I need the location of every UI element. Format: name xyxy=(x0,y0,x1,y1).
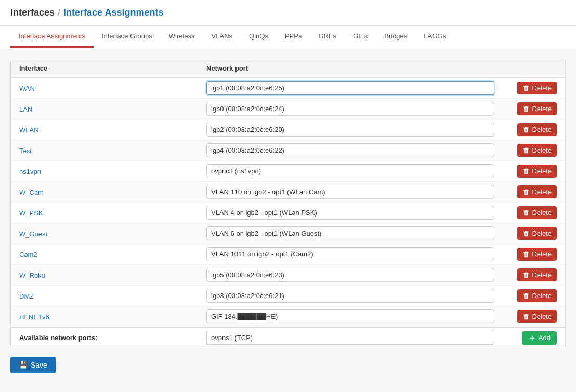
trash-icon xyxy=(522,251,530,258)
add-button[interactable]: ＋ Add xyxy=(522,331,557,345)
col-network-port: Network port xyxy=(206,64,494,72)
save-label: Save xyxy=(31,361,47,369)
table-row: HENETv6GIF 184.██████HE) Delete xyxy=(11,306,565,327)
action-cell: Delete xyxy=(494,268,557,281)
port-select-cam2[interactable]: VLAN 1011 on igb2 - opt1 (Cam2) xyxy=(206,247,494,261)
action-cell: Delete xyxy=(494,289,557,302)
rows-container: WANigb1 (00:08:a2:0c:e6:25) DeleteLANigb… xyxy=(11,78,565,327)
trash-icon xyxy=(522,147,530,154)
tab-interface-assignments[interactable]: Interface Assignments xyxy=(10,26,94,48)
delete-button-lan[interactable]: Delete xyxy=(517,102,557,115)
delete-button-henetv6[interactable]: Delete xyxy=(517,310,557,323)
port-select-henetv6[interactable]: GIF 184.██████HE) xyxy=(206,309,494,323)
port-select-wrapper: VLAN 6 on igb2 - opt1 (WLan Guest) xyxy=(206,226,494,240)
delete-button-cam2[interactable]: Delete xyxy=(517,248,557,261)
port-select-wrapper: igb2 (00:08:a2:0c:e6:20) xyxy=(206,123,494,137)
interface-link-ns1vpn[interactable]: ns1vpn xyxy=(19,168,41,175)
action-cell: Delete xyxy=(494,310,557,323)
delete-button-w_cam[interactable]: Delete xyxy=(517,185,557,198)
trash-icon xyxy=(522,85,530,92)
port-select-wrapper: igb0 (00:08:a2:0c:e6:24) xyxy=(206,102,494,116)
col-interface: Interface xyxy=(19,64,206,72)
interface-cell: Test xyxy=(19,146,206,155)
available-port-select[interactable]: ovpns1 (TCP) xyxy=(206,331,494,345)
tab-gifs[interactable]: GIFs xyxy=(345,26,376,48)
main-content: Interface Network port WANigb1 (00:08:a2… xyxy=(0,48,576,384)
delete-button-w_guest[interactable]: Delete xyxy=(517,227,557,240)
port-select-w_psk[interactable]: VLAN 4 on igb2 - opt1 (WLan PSK) xyxy=(206,206,494,220)
interface-cell: W_Guest xyxy=(19,229,206,238)
interface-table: Interface Network port WANigb1 (00:08:a2… xyxy=(10,59,566,348)
port-select-w_roku[interactable]: igb5 (00:08:a2:0c:e6:23) xyxy=(206,268,494,282)
save-button[interactable]: 💾 Save xyxy=(10,357,56,373)
table-row: DMZigb3 (00:08:a2:0c:e6:21) Delete xyxy=(11,286,565,306)
port-select-wrapper: igb3 (00:08:a2:0c:e6:21) xyxy=(206,289,494,303)
interface-cell: W_PSK xyxy=(19,209,206,217)
action-cell: Delete xyxy=(494,82,557,94)
delete-button-test[interactable]: Delete xyxy=(517,144,557,157)
interface-cell: DMZ xyxy=(19,292,206,300)
interface-cell: WAN xyxy=(19,84,206,92)
interface-link-test[interactable]: Test xyxy=(19,147,32,155)
table-row: W_Rokuigb5 (00:08:a2:0c:e6:23) Delete xyxy=(11,265,565,286)
interface-link-w_psk[interactable]: W_PSK xyxy=(19,209,43,217)
trash-icon xyxy=(522,230,530,237)
tab-bridges[interactable]: Bridges xyxy=(376,26,415,48)
interface-link-wlan[interactable]: WLAN xyxy=(19,126,39,134)
delete-button-dmz[interactable]: Delete xyxy=(517,289,557,302)
port-select-w_guest[interactable]: VLAN 6 on igb2 - opt1 (WLan Guest) xyxy=(206,226,494,240)
trash-icon xyxy=(522,292,530,300)
port-select-wan[interactable]: igb1 (00:08:a2:0c:e6:25) xyxy=(206,81,494,95)
port-select-w_cam[interactable]: VLAN 110 on igb2 - opt1 (WLan Cam) xyxy=(206,185,494,199)
add-action-cell: ＋ Add xyxy=(494,331,557,345)
interface-link-cam2[interactable]: Cam2 xyxy=(19,251,37,259)
delete-button-w_roku[interactable]: Delete xyxy=(517,268,557,281)
delete-button-wan[interactable]: Delete xyxy=(517,82,557,94)
tab-laggs[interactable]: LAGGs xyxy=(415,26,454,48)
port-select-dmz[interactable]: igb3 (00:08:a2:0c:e6:21) xyxy=(206,289,494,303)
table-row: Testigb4 (00:08:a2:0c:e6:22) Delete xyxy=(11,140,565,161)
action-cell: Delete xyxy=(494,123,557,136)
trash-icon xyxy=(522,209,530,217)
available-label: Available network ports: xyxy=(19,334,206,342)
interface-link-dmz[interactable]: DMZ xyxy=(19,292,34,300)
interface-link-lan[interactable]: LAN xyxy=(19,105,32,113)
tab-ppps[interactable]: PPPs xyxy=(277,26,310,48)
port-select-test[interactable]: igb4 (00:08:a2:0c:e6:22) xyxy=(206,143,494,157)
action-cell: Delete xyxy=(494,144,557,157)
action-cell: Delete xyxy=(494,102,557,115)
interface-cell: HENETv6 xyxy=(19,313,206,321)
port-select-wrapper: igb1 (00:08:a2:0c:e6:25) xyxy=(206,81,494,95)
action-cell: Delete xyxy=(494,227,557,240)
table-header: Interface Network port xyxy=(11,59,565,78)
action-cell: Delete xyxy=(494,206,557,219)
port-select-lan[interactable]: igb0 (00:08:a2:0c:e6:24) xyxy=(206,102,494,116)
table-row: W_PSKVLAN 4 on igb2 - opt1 (WLan PSK) De… xyxy=(11,202,565,223)
interface-link-w_cam[interactable]: W_Cam xyxy=(19,188,44,196)
delete-button-w_psk[interactable]: Delete xyxy=(517,206,557,219)
table-row: Cam2VLAN 1011 on igb2 - opt1 (Cam2) Dele… xyxy=(11,244,565,265)
interface-link-w_roku[interactable]: W_Roku xyxy=(19,272,45,279)
tab-gres[interactable]: GREs xyxy=(310,26,345,48)
interface-link-henetv6[interactable]: HENETv6 xyxy=(19,313,49,321)
trash-icon xyxy=(522,105,530,113)
interface-link-w_guest[interactable]: W_Guest xyxy=(19,230,47,238)
page-header: Interfaces / Interface Assignments xyxy=(0,0,576,26)
port-select-wlan[interactable]: igb2 (00:08:a2:0c:e6:20) xyxy=(206,123,494,137)
floppy-icon: 💾 xyxy=(19,361,28,369)
interface-cell: W_Cam xyxy=(19,188,206,196)
tab-wireless[interactable]: Wireless xyxy=(161,26,203,48)
tab-vlans[interactable]: VLANs xyxy=(203,26,241,48)
table-row: W_CamVLAN 110 on igb2 - opt1 (WLan Cam) … xyxy=(11,182,565,202)
port-select-ns1vpn[interactable]: ovpnc3 (ns1vpn) xyxy=(206,164,494,178)
interface-link-wan[interactable]: WAN xyxy=(19,85,35,92)
interface-cell: W_Roku xyxy=(19,271,206,279)
tab-interface-groups[interactable]: Interface Groups xyxy=(94,26,161,48)
tab-qinqs[interactable]: QinQs xyxy=(241,26,277,48)
action-cell: Delete xyxy=(494,185,557,198)
delete-button-ns1vpn[interactable]: Delete xyxy=(517,165,557,178)
table-row: LANigb0 (00:08:a2:0c:e6:24) Delete xyxy=(11,99,565,119)
action-cell: Delete xyxy=(494,165,557,178)
available-ports-row: Available network ports: ovpns1 (TCP) ＋ … xyxy=(11,327,565,348)
delete-button-wlan[interactable]: Delete xyxy=(517,123,557,136)
